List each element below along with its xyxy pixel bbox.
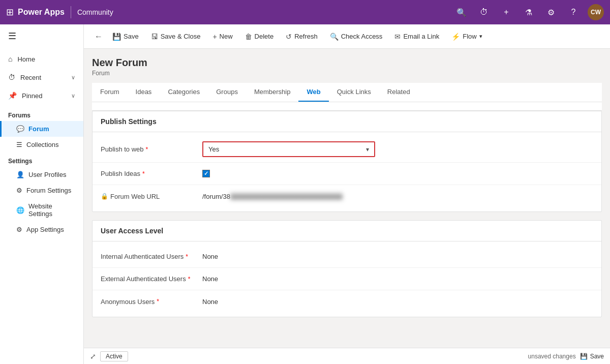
back-button[interactable]: ←: [92, 29, 105, 44]
page-subtitle: Forum: [92, 70, 602, 77]
settings-icon[interactable]: ⚙: [543, 4, 559, 20]
publish-ideas-checkbox[interactable]: [202, 170, 210, 177]
tab-membership[interactable]: Membership: [246, 83, 299, 102]
internal-required: *: [186, 253, 188, 260]
sidebar-item-website-settings[interactable]: 🌐 Website Settings: [0, 198, 83, 222]
content-area: ← 💾 Save 🖫 Save & Close + New 🗑 Delete ↺…: [84, 24, 610, 364]
email-icon: ✉: [394, 33, 401, 41]
publish-settings-header: Publish Settings: [93, 111, 601, 132]
save-button[interactable]: 💾 Save: [107, 30, 144, 43]
app-logo[interactable]: ⊞ Power Apps: [6, 7, 65, 18]
publish-to-web-dropdown[interactable]: Yes ▾: [202, 141, 375, 157]
publish-to-web-value: Yes ▾: [202, 141, 593, 157]
status-save-button[interactable]: 💾 Save: [580, 353, 604, 360]
user-access-header: User Access Level: [93, 221, 601, 241]
delete-button[interactable]: 🗑 Delete: [240, 30, 279, 43]
forum-web-url-label: 🔒 Forum Web URL: [101, 193, 202, 200]
forum-settings-icon: ⚙: [16, 187, 22, 194]
sidebar-website-settings-label: Website Settings: [28, 202, 75, 218]
app-name: Power Apps: [18, 8, 65, 17]
recent-nav-icon: ⏱: [8, 73, 15, 81]
status-badge: Active: [100, 351, 128, 361]
save-close-label: Save & Close: [161, 33, 201, 40]
save-close-button[interactable]: 🖫 Save & Close: [146, 30, 206, 43]
tab-web[interactable]: Web: [298, 83, 328, 102]
sidebar-item-user-profiles[interactable]: 👤 User Profiles: [0, 167, 83, 183]
main-layout: ☰ ⌂ Home ⏱ Recent ∨ 📌 Pinned ∨ Forums 💬 …: [0, 24, 610, 364]
publish-to-web-row: Publish to web * Yes ▾: [93, 136, 601, 163]
help-icon[interactable]: ?: [565, 4, 582, 20]
sidebar-item-app-settings[interactable]: ⚙ App Settings: [0, 222, 83, 237]
user-access-section: User Access Level Internal Authenticated…: [92, 220, 602, 317]
internal-auth-text: None: [202, 253, 218, 260]
external-auth-label: External Authenticated Users *: [101, 275, 202, 283]
sidebar-item-pinned[interactable]: 📌 Pinned ∨: [0, 86, 83, 105]
forums-group-label: Forums: [0, 107, 83, 121]
tabs: Forum Ideas Categories Groups Membership…: [92, 83, 602, 102]
page-content: New Forum Forum Forum Ideas Categories G…: [84, 49, 610, 348]
recent-icon[interactable]: ⏱: [476, 4, 492, 20]
page-header: New Forum Forum: [92, 57, 602, 77]
search-icon[interactable]: 🔍: [453, 4, 470, 20]
settings-group-label: Settings: [0, 153, 83, 167]
sidebar-item-recent[interactable]: ⏱ Recent ∨: [0, 68, 83, 86]
delete-icon: 🗑: [245, 33, 252, 41]
internal-auth-row: Internal Authenticated Users * None: [93, 246, 601, 268]
refresh-label: Refresh: [294, 33, 318, 40]
sidebar-item-collections[interactable]: ☰ Collections: [0, 137, 83, 153]
anonymous-label: Anonymous Users *: [101, 298, 202, 306]
filter-icon[interactable]: ⚗: [521, 4, 537, 20]
sidebar-forum-settings-label: Forum Settings: [26, 187, 71, 194]
sidebar-app-settings-label: App Settings: [26, 226, 64, 233]
recent-expand-icon: ∨: [71, 74, 75, 81]
internal-auth-label: Internal Authenticated Users *: [101, 253, 202, 260]
publish-ideas-required: *: [142, 170, 145, 177]
publish-settings-section: Publish Settings Publish to web * Yes ▾: [92, 111, 602, 212]
status-save-label: Save: [590, 353, 604, 360]
pinned-expand-icon: ∨: [71, 93, 75, 99]
forum-web-url-row: 🔒 Forum Web URL /forum/38 xxxxxxxxxxxxxx…: [93, 185, 601, 207]
anonymous-row: Anonymous Users * None: [93, 290, 601, 313]
forum-icon: 💬: [16, 125, 24, 133]
tab-related[interactable]: Related: [379, 83, 418, 102]
new-label: New: [220, 33, 233, 40]
toolbar: ← 💾 Save 🖫 Save & Close + New 🗑 Delete ↺…: [84, 24, 610, 49]
flow-icon: ⚡: [451, 33, 460, 41]
email-link-button[interactable]: ✉ Email a Link: [389, 30, 444, 43]
sidebar-pinned-label: Pinned: [22, 92, 42, 100]
menu-button[interactable]: ☰: [0, 24, 83, 48]
flow-label: Flow: [463, 33, 476, 40]
check-access-button[interactable]: 🔍 Check Access: [325, 30, 388, 43]
add-icon[interactable]: +: [498, 4, 514, 20]
tab-groups[interactable]: Groups: [208, 83, 246, 102]
page-title: New Forum: [92, 57, 602, 69]
publish-ideas-label: Publish Ideas *: [101, 170, 202, 177]
collections-icon: ☰: [16, 141, 22, 148]
sidebar-item-forum-settings[interactable]: ⚙ Forum Settings: [0, 183, 83, 198]
new-button[interactable]: + New: [207, 30, 237, 43]
tab-categories[interactable]: Categories: [160, 83, 208, 102]
tab-quick-links[interactable]: Quick Links: [329, 83, 379, 102]
tab-forum[interactable]: Forum: [92, 83, 128, 102]
expand-icon[interactable]: ⤢: [90, 352, 96, 360]
publish-ideas-value: [202, 170, 593, 177]
tab-ideas[interactable]: Ideas: [128, 83, 160, 102]
sidebar-nav-section: ⌂ Home ⏱ Recent ∨ 📌 Pinned ∨: [0, 48, 83, 107]
sidebar-user-profiles-label: User Profiles: [28, 171, 66, 178]
check-access-label: Check Access: [341, 33, 383, 40]
forum-web-url-value: /forum/38 xxxxxxxxxxxxxxxxxxxxxxxxxxxxxx…: [202, 193, 593, 200]
refresh-button[interactable]: ↺ Refresh: [281, 30, 323, 43]
publish-ideas-row: Publish Ideas *: [93, 163, 601, 185]
sidebar-item-forum[interactable]: 💬 Forum: [0, 121, 83, 137]
pinned-icon: 📌: [8, 92, 17, 100]
status-save-icon: 💾: [580, 353, 588, 360]
sidebar-item-home[interactable]: ⌂ Home: [0, 50, 83, 68]
flow-button[interactable]: ⚡ Flow ▾: [446, 30, 487, 43]
avatar[interactable]: CW: [588, 4, 604, 20]
refresh-icon: ↺: [286, 33, 292, 41]
external-auth-value: None: [202, 275, 593, 283]
anonymous-required: *: [157, 298, 159, 305]
user-profiles-icon: 👤: [16, 171, 24, 178]
lock-icon: 🔒: [101, 193, 108, 200]
top-nav: ⊞ Power Apps Community 🔍 ⏱ + ⚗ ⚙ ? CW: [0, 0, 610, 24]
